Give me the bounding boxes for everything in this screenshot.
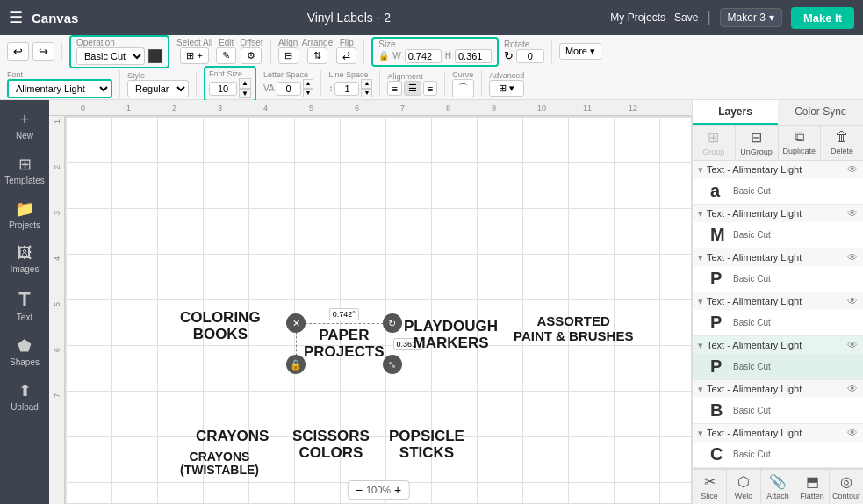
font-size-input[interactable] bbox=[209, 82, 237, 96]
font-size-down[interactable]: ▼ bbox=[239, 89, 251, 99]
expand-icon-2[interactable]: ▾ bbox=[698, 208, 703, 220]
eye-icon-5[interactable]: 👁 bbox=[847, 339, 858, 351]
style-select[interactable]: Regular bbox=[127, 80, 189, 97]
expand-icon-4[interactable]: ▾ bbox=[698, 296, 703, 307]
group-icon: ⊞ bbox=[708, 129, 719, 146]
duplicate-action[interactable]: ⧉ Duplicate bbox=[779, 126, 822, 160]
layer-header-3[interactable]: ▾ Text - Alimentary Light 👁 bbox=[693, 248, 863, 266]
sidebar-item-images[interactable]: 🖼 Images bbox=[3, 239, 47, 279]
offset-button[interactable]: ⚙ bbox=[241, 47, 262, 64]
group-action[interactable]: ⊞ Group bbox=[693, 126, 736, 160]
layer-sub-7[interactable]: C Basic Cut bbox=[693, 442, 863, 467]
letter-space-up[interactable]: ▲ bbox=[303, 79, 314, 88]
make-it-button[interactable]: Make It bbox=[791, 7, 854, 29]
tab-color-sync[interactable]: Color Sync bbox=[778, 100, 863, 125]
eye-icon-2[interactable]: 👁 bbox=[847, 207, 858, 220]
flatten-button[interactable]: ⬒ Flatten bbox=[795, 470, 830, 504]
align-button[interactable]: ⊟ bbox=[278, 47, 298, 64]
rotate-handle[interactable]: ↻ bbox=[383, 313, 402, 333]
sidebar-item-text[interactable]: T Text bbox=[3, 283, 47, 328]
my-projects-button[interactable]: My Projects bbox=[610, 11, 665, 24]
sidebar-item-shapes[interactable]: ⬟ Shapes bbox=[3, 331, 47, 372]
machine-select[interactable]: Maker 3 ▾ bbox=[720, 8, 782, 27]
letter-space-down[interactable]: ▼ bbox=[303, 89, 314, 97]
expand-icon-6[interactable]: ▾ bbox=[698, 384, 703, 395]
expand-icon-1[interactable]: ▾ bbox=[698, 164, 703, 176]
line-space-up[interactable]: ▲ bbox=[361, 79, 372, 88]
font-size-up[interactable]: ▲ bbox=[239, 78, 251, 89]
canvas-text-playdough[interactable]: PLAYDOUGHMARKERS bbox=[404, 319, 498, 351]
line-space-input[interactable] bbox=[334, 82, 359, 96]
slice-button[interactable]: ✂ Slice bbox=[693, 470, 727, 504]
align-center-button[interactable]: ☰ bbox=[404, 81, 421, 96]
advanced-button[interactable]: ⊞ ▾ bbox=[489, 80, 524, 97]
eye-icon-7[interactable]: 👁 bbox=[847, 427, 858, 439]
font-select[interactable]: Alimentary Light bbox=[7, 79, 112, 98]
canvas-text-assorted[interactable]: ASSORTEDPAINT & BRUSHES bbox=[514, 314, 633, 343]
edit-button[interactable]: ✎ bbox=[216, 47, 236, 64]
more-button[interactable]: More ▾ bbox=[559, 43, 601, 60]
alignment-group: Alignment ≡ ☰ ≡ bbox=[387, 72, 445, 96]
layer-letter-1: a bbox=[710, 181, 728, 201]
undo-button[interactable]: ↩ bbox=[7, 42, 29, 61]
zoom-out-button[interactable]: − bbox=[356, 483, 363, 497]
ungroup-action[interactable]: ⊟ UnGroup bbox=[736, 126, 779, 160]
layer-header-1[interactable]: ▾ Text - Alimentary Light 👁 bbox=[693, 161, 863, 178]
layer-sub-1[interactable]: a Basic Cut bbox=[693, 178, 863, 204]
layer-sub-3[interactable]: P Basic Cut bbox=[693, 266, 863, 292]
select-all-button[interactable]: ⊞ + bbox=[180, 47, 208, 64]
expand-icon-7[interactable]: ▾ bbox=[698, 428, 703, 439]
align-left-button[interactable]: ≡ bbox=[387, 81, 401, 96]
save-button[interactable]: Save bbox=[674, 11, 698, 24]
sidebar-item-projects[interactable]: 📁 Projects bbox=[3, 194, 47, 235]
eye-icon-6[interactable]: 👁 bbox=[847, 383, 858, 395]
canvas-text-crayons-twistable[interactable]: CRAYONS(TWISTABLE) bbox=[180, 450, 259, 478]
sidebar-item-upload[interactable]: ⬆ Upload bbox=[3, 376, 47, 417]
delete-action[interactable]: 🗑 Delete bbox=[821, 126, 863, 160]
layer-header-7[interactable]: ▾ Text - Alimentary Light 👁 bbox=[693, 424, 863, 442]
expand-icon-5[interactable]: ▾ bbox=[698, 340, 703, 351]
eye-icon-3[interactable]: 👁 bbox=[847, 251, 858, 263]
layer-sub-4[interactable]: P Basic Cut bbox=[693, 310, 863, 335]
selected-element-paper-projects[interactable]: PAPERPROJECTS 0.742° 0.361° ✕ ↻ 🔒 ⤡ bbox=[296, 323, 392, 364]
resize-handle[interactable]: ⤡ bbox=[383, 355, 402, 374]
redo-button[interactable]: ↪ bbox=[32, 42, 54, 61]
eye-icon-4[interactable]: 👁 bbox=[847, 295, 858, 307]
canvas-content[interactable]: COLORINGBOOKS PAPERPROJECTS 0.742° 0.361… bbox=[65, 116, 692, 504]
weld-button[interactable]: ⬡ Weld bbox=[727, 470, 761, 504]
hamburger-icon[interactable]: ☰ bbox=[9, 8, 23, 27]
attach-button[interactable]: 📎 Attach bbox=[761, 470, 795, 504]
rotate-input[interactable] bbox=[516, 49, 544, 63]
layer-sub-5[interactable]: P Basic Cut bbox=[693, 354, 863, 379]
height-input[interactable] bbox=[455, 49, 492, 63]
curve-button[interactable]: ⌒ bbox=[452, 79, 474, 97]
arrange-button[interactable]: ⇅ bbox=[307, 47, 327, 64]
letter-space-input[interactable] bbox=[277, 82, 301, 96]
canvas-text-paper-projects[interactable]: PAPERPROJECTS bbox=[297, 324, 392, 364]
eye-icon-1[interactable]: 👁 bbox=[847, 163, 858, 176]
operation-select[interactable]: Basic Cut bbox=[76, 47, 145, 65]
expand-icon-3[interactable]: ▾ bbox=[698, 252, 703, 263]
canvas-text-coloring-books[interactable]: COLORINGBOOKS bbox=[180, 310, 261, 342]
contour-button[interactable]: ◎ Contour bbox=[830, 470, 863, 504]
layer-header-2[interactable]: ▾ Text - Alimentary Light 👁 bbox=[693, 205, 863, 222]
sidebar-item-templates[interactable]: ⊞ Templates bbox=[3, 149, 47, 191]
layer-header-5[interactable]: ▾ Text - Alimentary Light 👁 bbox=[693, 336, 863, 354]
canvas-text-crayons[interactable]: CRAYONS bbox=[196, 428, 269, 445]
layer-header-4[interactable]: ▾ Text - Alimentary Light 👁 bbox=[693, 292, 863, 310]
layer-header-6[interactable]: ▾ Text - Alimentary Light 👁 bbox=[693, 380, 863, 398]
canvas-text-popsicle[interactable]: POPSICLESTICKS bbox=[389, 428, 464, 461]
canvas-area[interactable]: 0 1 2 3 4 5 6 7 8 9 10 11 12 1 2 3 4 bbox=[49, 100, 692, 504]
layer-sub-6[interactable]: B Basic Cut bbox=[693, 398, 863, 423]
line-space-down[interactable]: ▼ bbox=[361, 89, 372, 97]
flip-label: Flip bbox=[340, 39, 354, 47]
width-input[interactable] bbox=[405, 49, 442, 63]
canvas-text-scissors[interactable]: SCISSORSCOLORS bbox=[292, 428, 370, 461]
align-right-button[interactable]: ≡ bbox=[423, 81, 437, 96]
sidebar-item-new[interactable]: + New bbox=[3, 105, 47, 146]
tab-layers[interactable]: Layers bbox=[693, 100, 778, 125]
zoom-in-button[interactable]: + bbox=[394, 483, 401, 497]
layer-sub-2[interactable]: M Basic Cut bbox=[693, 222, 863, 248]
close-handle[interactable]: ✕ bbox=[286, 313, 306, 333]
flip-button[interactable]: ⇄ bbox=[336, 47, 356, 64]
